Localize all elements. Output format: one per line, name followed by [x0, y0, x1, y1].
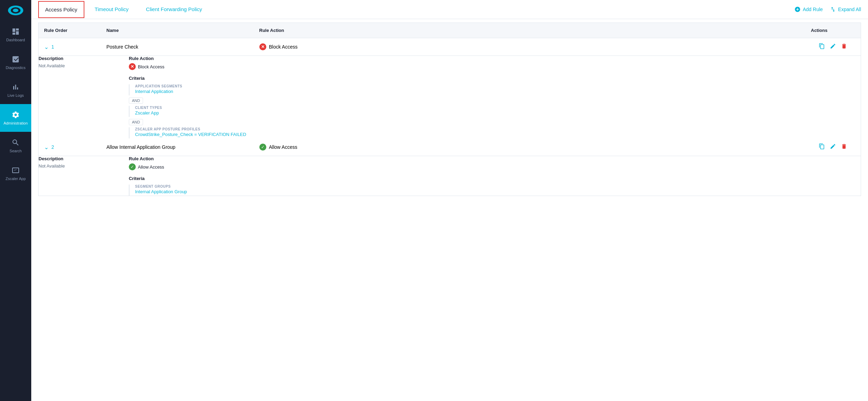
rule-2-description-section: Description Not Available — [39, 156, 108, 196]
rule-2-expanded-row: Description Not Available Rule Action ✓ … — [39, 156, 861, 196]
sidebar-item-diagnostics-label: Diagnostics — [6, 66, 26, 70]
th-rule-order: Rule Order — [39, 23, 101, 38]
logo-icon — [8, 5, 23, 16]
sidebar-item-search-label: Search — [10, 149, 22, 153]
block-icon-2: ✕ — [129, 63, 136, 70]
rule-1-delete-button[interactable] — [841, 43, 847, 51]
table-row: ⌄ 1 Posture Check ✕ Block Access — [39, 38, 861, 56]
tab-access-policy[interactable]: Access Policy — [38, 1, 84, 18]
rule-1-criteria-tree: APPLICATION SEGMENTS Internal Applicatio… — [129, 84, 861, 138]
sidebar-item-live-logs[interactable]: Live Logs — [0, 76, 31, 104]
posture-profiles-label: ZSCALER APP POSTURE PROFILES — [135, 127, 861, 131]
rule-1-action-text-2: Block Access — [138, 64, 165, 69]
sidebar-item-zscaler-app[interactable]: Zscaler App — [0, 160, 31, 187]
add-rule-button[interactable]: Add Rule — [794, 6, 823, 12]
administration-icon — [11, 111, 20, 119]
rule-1-order-link[interactable]: 1 — [51, 44, 54, 50]
rule-1-action-value: ✕ Block Access — [129, 63, 861, 70]
client-types-label: CLIENT TYPES — [135, 106, 861, 110]
criteria-item-4: SEGMENT GROUPS Internal Application Grou… — [135, 185, 861, 194]
criteria-group-1: APPLICATION SEGMENTS Internal Applicatio… — [129, 84, 861, 95]
rule-2-criteria-tree: SEGMENT GROUPS Internal Application Grou… — [129, 185, 861, 196]
rule-1-name: Posture Check — [107, 44, 139, 50]
rule-2-criteria-section: Criteria SEGMENT GROUPS Internal Applica… — [129, 176, 861, 196]
sidebar-item-administration[interactable]: Administration — [0, 104, 31, 132]
sidebar-item-live-logs-label: Live Logs — [7, 93, 24, 97]
segment-groups-label: SEGMENT GROUPS — [135, 185, 861, 188]
rule-2-name: Allow Internal Application Group — [107, 144, 175, 150]
sidebar-item-diagnostics[interactable]: Diagnostics — [0, 49, 31, 76]
main-content: Access Policy Timeout Policy Client Forw… — [31, 0, 868, 401]
policy-table: Rule Order Name Rule Action Actions ⌄ 1 — [38, 23, 861, 196]
rule-2-delete-button[interactable] — [841, 143, 847, 151]
posture-profiles-value[interactable]: CrowdStrike_Posture_Check = VERIFICATION… — [135, 132, 861, 137]
sidebar-item-administration-label: Administration — [3, 121, 28, 125]
rule-2-name-cell: Allow Internal Application Group — [101, 138, 254, 156]
table-header: Rule Order Name Rule Action Actions — [39, 23, 861, 38]
criteria-group-3: ZSCALER APP POSTURE PROFILES CrowdStrike… — [129, 127, 861, 138]
description-label-2: Description — [39, 156, 108, 161]
table-body: ⌄ 1 Posture Check ✕ Block Access — [39, 38, 861, 196]
rule-action-label: Rule Action — [129, 56, 861, 61]
app-segments-value[interactable]: Internal Application — [135, 89, 861, 94]
sidebar-item-search[interactable]: Search — [0, 132, 31, 160]
rule-2-right-section: Rule Action ✓ Allow Access Criteria — [129, 156, 861, 196]
rule-1-expanded-row: Description Not Available Rule Action ✕ … — [39, 56, 861, 139]
rule-2-copy-button[interactable] — [819, 143, 825, 151]
rule-2-action-text-2: Allow Access — [138, 164, 164, 170]
rule-1-edit-button[interactable] — [830, 43, 836, 51]
app-segments-label: APPLICATION SEGMENTS — [135, 84, 861, 88]
rule-1-criteria-section: Criteria APPLICATION SEGMENTS Internal A… — [129, 76, 861, 138]
add-rule-icon — [794, 6, 801, 12]
criteria-label: Criteria — [129, 76, 861, 81]
rule-2-order-link[interactable]: 2 — [51, 144, 54, 150]
rule-2-description-value: Not Available — [39, 163, 108, 169]
rule-2-action-text: Allow Access — [269, 144, 298, 150]
rule-1-description-section: Description Not Available — [39, 56, 108, 138]
live-logs-icon — [11, 83, 20, 91]
expand-all-button[interactable]: Expand All — [830, 6, 861, 12]
tab-client-forwarding-policy[interactable]: Client Forwarding Policy — [139, 1, 209, 18]
expand-all-icon — [830, 6, 836, 12]
client-types-value[interactable]: Zscaler App — [135, 110, 861, 116]
and-badge-1: AND — [129, 97, 143, 104]
rule-2-order-cell: ⌄ 2 — [39, 138, 101, 156]
rule-2-actions-cell — [806, 138, 861, 156]
rule-1-expanded-cell: Description Not Available Rule Action ✕ … — [39, 56, 861, 139]
zscaler-app-icon — [11, 166, 20, 174]
tab-timeout-policy[interactable]: Timeout Policy — [88, 1, 136, 18]
criteria-group-4: SEGMENT GROUPS Internal Application Grou… — [129, 185, 861, 196]
rule-2-edit-button[interactable] — [830, 143, 836, 151]
dashboard-icon — [11, 27, 20, 36]
criteria-item-1: APPLICATION SEGMENTS Internal Applicatio… — [135, 84, 861, 94]
criteria-label-2: Criteria — [129, 176, 861, 181]
block-icon: ✕ — [259, 43, 266, 50]
th-name: Name — [101, 23, 254, 38]
rule-1-action-cell: ✕ Block Access — [254, 38, 806, 56]
sidebar-item-zscaler-app-label: Zscaler App — [6, 177, 26, 181]
rule-2-action-value: ✓ Allow Access — [129, 163, 861, 170]
rule-2-action-section: Rule Action ✓ Allow Access — [129, 156, 861, 170]
sidebar-item-dashboard[interactable]: Dashboard — [0, 21, 31, 49]
criteria-item-3: ZSCALER APP POSTURE PROFILES CrowdStrike… — [135, 127, 861, 137]
segment-groups-value[interactable]: Internal Application Group — [135, 189, 861, 194]
allow-icon: ✓ — [259, 144, 266, 151]
rule-1-order-cell: ⌄ 1 — [39, 38, 101, 56]
sidebar-item-dashboard-label: Dashboard — [6, 38, 25, 42]
search-icon — [11, 138, 20, 147]
description-label: Description — [39, 56, 108, 61]
chevron-down-icon[interactable]: ⌄ — [44, 44, 49, 50]
tabs-actions: Add Rule Expand All — [794, 6, 861, 12]
table-row-2: ⌄ 2 Allow Internal Application Group ✓ A… — [39, 138, 861, 156]
diagnostics-icon — [11, 55, 20, 63]
sidebar-logo — [0, 0, 31, 21]
sidebar: Dashboard Diagnostics Live Logs Administ… — [0, 0, 31, 401]
table-container[interactable]: Rule Order Name Rule Action Actions ⌄ 1 — [31, 19, 868, 401]
rule-1-copy-button[interactable] — [819, 43, 825, 51]
rule-1-actions-cell — [806, 38, 861, 56]
rule-2-expanded-content: Description Not Available Rule Action ✓ … — [39, 156, 861, 196]
rule-action-label-2: Rule Action — [129, 156, 861, 161]
rule-2-action-cell: ✓ Allow Access — [254, 138, 806, 156]
chevron-down-icon-2[interactable]: ⌄ — [44, 144, 49, 151]
criteria-group-2: CLIENT TYPES Zscaler App — [129, 106, 861, 117]
